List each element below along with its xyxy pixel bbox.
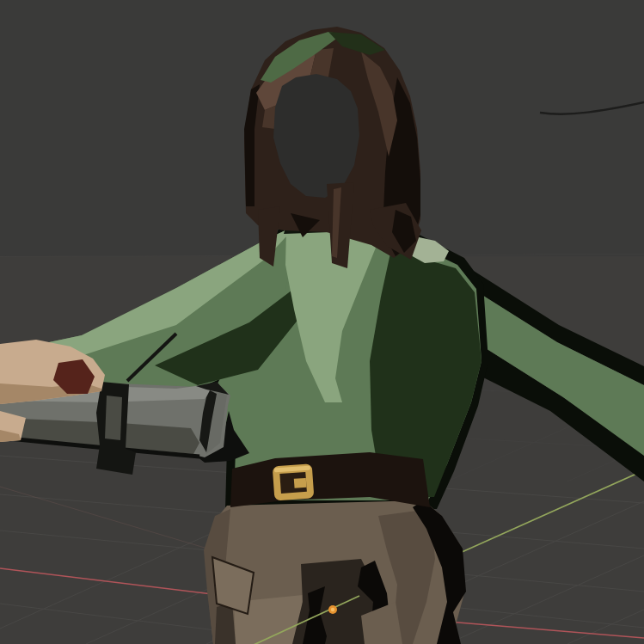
weapon-clamp-inner — [105, 396, 122, 440]
viewport-3d[interactable] — [0, 0, 644, 644]
belt-buckle — [273, 463, 315, 500]
origin-dot-core — [331, 608, 334, 611]
viewport-canvas[interactable] — [0, 0, 644, 644]
buckle-tongue — [294, 478, 307, 488]
